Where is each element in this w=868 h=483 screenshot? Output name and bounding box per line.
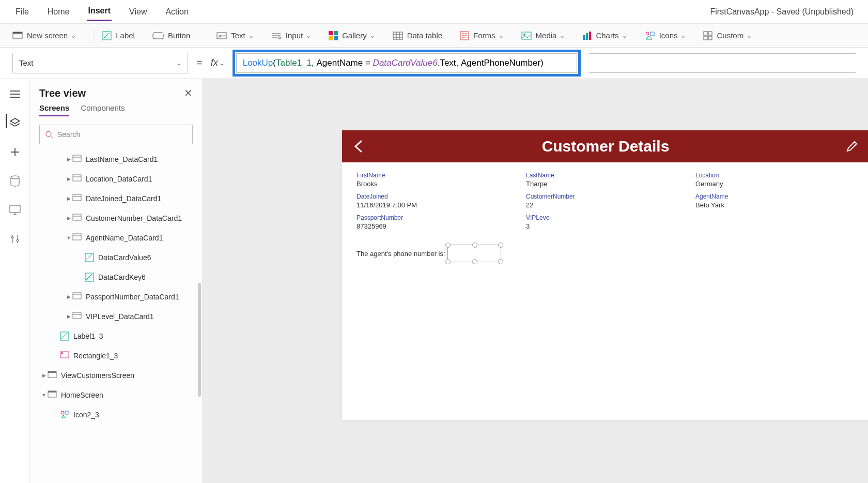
tree-item[interactable]: ▶PassportNumber_DataCard1 bbox=[30, 287, 202, 307]
menu-home[interactable]: Home bbox=[47, 3, 71, 21]
button-button[interactable]: Button bbox=[149, 29, 193, 42]
tree-item[interactable]: Icon2_3 bbox=[30, 405, 202, 425]
forms-btn-text: Forms bbox=[473, 31, 495, 40]
expand-toggle-icon[interactable]: ▶ bbox=[65, 294, 72, 299]
field-label: FirstName bbox=[357, 172, 516, 179]
agent-phone-label: The agent's phone number is: bbox=[357, 250, 445, 258]
tree-item[interactable]: ▶ViewCustomersScreen bbox=[30, 366, 202, 385]
tree-item[interactable]: Rectangle1_3 bbox=[30, 346, 202, 366]
back-icon[interactable] bbox=[352, 140, 366, 153]
media-dropdown[interactable]: Media⌄ bbox=[518, 29, 568, 42]
formula-token-field: AgentName bbox=[316, 58, 363, 68]
table-icon bbox=[393, 32, 403, 40]
tab-components[interactable]: Components bbox=[81, 103, 125, 116]
icons-dropdown[interactable]: Icons⌄ bbox=[642, 29, 689, 42]
menu-view[interactable]: View bbox=[128, 3, 148, 21]
label-icon bbox=[85, 273, 94, 282]
svg-rect-46 bbox=[65, 411, 68, 414]
svg-rect-16 bbox=[586, 33, 588, 40]
svg-text:Abc: Abc bbox=[219, 34, 226, 38]
svg-rect-23 bbox=[708, 36, 712, 40]
menu-file[interactable]: File bbox=[14, 3, 30, 21]
form-field: FirstNameBrooks bbox=[357, 172, 516, 188]
svg-rect-20 bbox=[704, 32, 707, 35]
tree-view-rail-button[interactable] bbox=[6, 114, 24, 132]
expand-toggle-icon[interactable]: ▶ bbox=[65, 157, 72, 162]
svg-point-40 bbox=[61, 352, 63, 354]
text-dropdown[interactable]: Abc Text⌄ bbox=[213, 29, 257, 42]
expand-toggle-icon[interactable]: ▼ bbox=[40, 393, 48, 398]
advanced-rail-button[interactable] bbox=[6, 230, 24, 248]
property-selector-value: Text bbox=[19, 58, 34, 67]
tree-item[interactable]: ▶VIPLevel_DataCard1 bbox=[30, 307, 202, 326]
tree-search-input[interactable]: Search bbox=[39, 125, 193, 144]
chevron-down-icon: ⌄ bbox=[71, 32, 76, 39]
tree-item[interactable]: DataCardKey6 bbox=[30, 267, 202, 287]
media-rail-button[interactable] bbox=[6, 201, 24, 219]
tree-item[interactable]: ▶DateJoined_DataCard1 bbox=[30, 189, 202, 208]
expand-toggle-icon[interactable]: ▶ bbox=[65, 314, 72, 319]
tree-body: ▶LastName_DataCard1▶Location_DataCard1▶D… bbox=[30, 149, 202, 483]
expand-toggle-icon[interactable]: ▼ bbox=[65, 235, 72, 240]
tree-item[interactable]: ▼AgentName_DataCard1 bbox=[30, 228, 202, 248]
tree-item[interactable]: DataCardValue6 bbox=[30, 248, 202, 267]
charts-btn-text: Charts bbox=[596, 31, 618, 40]
scrollbar-thumb[interactable] bbox=[198, 283, 201, 397]
separator bbox=[95, 28, 95, 43]
expand-toggle-icon[interactable]: ▶ bbox=[65, 216, 72, 221]
resize-handle[interactable] bbox=[472, 259, 477, 264]
svg-point-28 bbox=[46, 131, 51, 137]
resize-handle[interactable] bbox=[472, 243, 477, 248]
svg-rect-31 bbox=[73, 194, 81, 201]
close-icon[interactable]: ✕ bbox=[184, 87, 193, 99]
form-field: PassportNumber87325969 bbox=[357, 214, 516, 230]
charts-dropdown[interactable]: Charts⌄ bbox=[579, 29, 630, 42]
data-table-button[interactable]: Data table bbox=[390, 29, 445, 42]
tree-item[interactable]: ▼HomeScreen bbox=[30, 385, 202, 405]
selected-label-control[interactable] bbox=[447, 245, 501, 262]
canvas[interactable]: Customer Details FirstNameBrooksLastName… bbox=[203, 79, 868, 483]
expand-toggle-icon[interactable]: ▶ bbox=[40, 373, 48, 378]
menu-action[interactable]: Action bbox=[164, 3, 189, 21]
resize-handle[interactable] bbox=[498, 243, 503, 248]
gallery-dropdown[interactable]: Gallery⌄ bbox=[326, 29, 378, 42]
frame-header: Customer Details bbox=[342, 130, 868, 162]
tree-item-label: ViewCustomersScreen bbox=[61, 371, 134, 380]
tree-item[interactable]: ▶Location_DataCard1 bbox=[30, 169, 202, 189]
tree-panel: Tree view ✕ Screens Components Search ▶L… bbox=[30, 79, 203, 483]
label-icon bbox=[85, 253, 94, 262]
custom-dropdown[interactable]: Custom⌄ bbox=[700, 29, 755, 42]
tree-item-label: Location_DataCard1 bbox=[86, 175, 152, 183]
property-selector[interactable]: Text ⌄ bbox=[12, 53, 188, 73]
add-rail-button[interactable] bbox=[6, 143, 24, 161]
tree-item[interactable]: ▶CustomerNumber_DataCard1 bbox=[30, 208, 202, 228]
resize-handle[interactable] bbox=[445, 243, 451, 248]
chevron-down-icon: ⌄ bbox=[499, 32, 504, 39]
edit-icon[interactable] bbox=[845, 140, 859, 153]
tab-screens[interactable]: Screens bbox=[39, 103, 69, 116]
formula-input[interactable]: LookUp(Table1_1, AgentName = DataCardVal… bbox=[236, 53, 577, 73]
plus-icon bbox=[10, 147, 20, 157]
svg-rect-21 bbox=[708, 32, 712, 35]
tree-item[interactable]: ▶LastName_DataCard1 bbox=[30, 149, 202, 169]
data-rail-button[interactable] bbox=[6, 172, 24, 190]
resize-handle[interactable] bbox=[498, 259, 503, 264]
label-button[interactable]: Label bbox=[99, 29, 138, 42]
resize-handle[interactable] bbox=[445, 259, 451, 264]
menu-insert[interactable]: Insert bbox=[87, 2, 112, 21]
expand-toggle-icon[interactable]: ▶ bbox=[65, 176, 72, 182]
forms-dropdown[interactable]: Forms⌄ bbox=[457, 29, 507, 42]
form-field: LocationGermany bbox=[695, 172, 855, 188]
fx-label[interactable]: fx ⌄ bbox=[211, 57, 224, 68]
tree-item[interactable]: Label1_3 bbox=[30, 326, 202, 346]
rail-active-indicator bbox=[6, 114, 7, 128]
field-label: Location bbox=[695, 172, 855, 179]
hamburger-button[interactable] bbox=[6, 85, 24, 103]
formula-input-tail[interactable] bbox=[589, 53, 856, 73]
new-screen-button[interactable]: New screen⌄ bbox=[9, 29, 79, 42]
field-value: 3 bbox=[526, 222, 685, 230]
expand-toggle-icon[interactable]: ▶ bbox=[65, 196, 72, 201]
input-dropdown[interactable]: Input⌄ bbox=[268, 29, 314, 42]
svg-point-24 bbox=[11, 176, 19, 179]
sliders-icon bbox=[10, 234, 20, 244]
